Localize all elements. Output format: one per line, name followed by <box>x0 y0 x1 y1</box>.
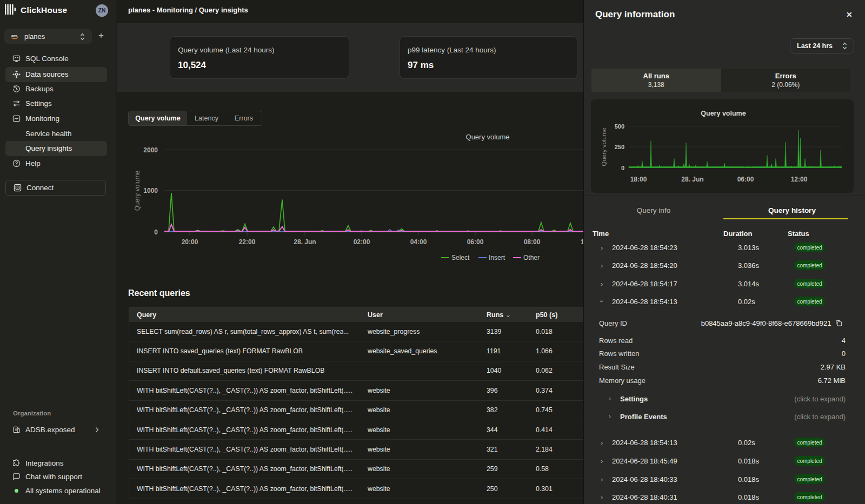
svg-text:Insert: Insert <box>489 254 505 261</box>
svg-text:aws: aws <box>11 34 18 37</box>
svg-text:04:00: 04:00 <box>410 238 427 246</box>
svg-text:500: 500 <box>615 123 624 130</box>
svg-text:22:00: 22:00 <box>239 238 256 246</box>
svg-text:28. Jun: 28. Jun <box>681 176 703 183</box>
svg-text:18:00: 18:00 <box>630 176 647 183</box>
svg-text:Query volume: Query volume <box>601 127 607 166</box>
svg-text:06:00: 06:00 <box>737 176 754 183</box>
svg-text:20:00: 20:00 <box>182 238 198 246</box>
svg-text:08:00: 08:00 <box>524 238 541 246</box>
svg-text:Select: Select <box>451 254 470 261</box>
svg-text:0: 0 <box>154 229 158 236</box>
svg-text:1000: 1000 <box>143 187 158 194</box>
svg-text:06:00: 06:00 <box>467 238 484 246</box>
svg-text:28. Jun: 28. Jun <box>294 238 316 246</box>
svg-text:02:00: 02:00 <box>354 238 370 246</box>
svg-text:Other: Other <box>523 254 540 261</box>
svg-text:250: 250 <box>615 144 624 150</box>
svg-text:Query volume: Query volume <box>701 110 746 117</box>
svg-text:0: 0 <box>621 165 624 171</box>
svg-text:Query volume: Query volume <box>466 133 510 141</box>
svg-text:2000: 2000 <box>143 146 158 154</box>
svg-text:Query volume: Query volume <box>134 170 141 211</box>
svg-text:12:00: 12:00 <box>791 176 808 183</box>
